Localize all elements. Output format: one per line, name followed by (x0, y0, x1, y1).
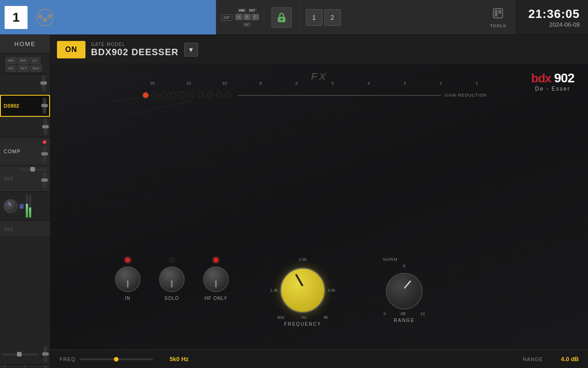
slot-comp[interactable]: COMP (0, 138, 50, 166)
gr-num-6: 6 (291, 81, 302, 86)
gr-led-7 (198, 92, 204, 98)
btn-lc[interactable]: LC (29, 57, 40, 64)
range-scale-bottom-left: 0 (384, 311, 386, 316)
gr-led-3 (161, 92, 167, 98)
in-knob[interactable] (115, 266, 141, 292)
freq-scale-top: 2.6k (275, 257, 330, 265)
gr-numbers-row: 20 15 10 8 6 5 4 3 2 1 (142, 81, 487, 86)
slot-ins-2[interactable]: INS (0, 221, 50, 237)
slot-empty-1[interactable] (0, 117, 50, 138)
meter-col (26, 195, 31, 218)
freq-bottom-labels: 800 Hz 8k (277, 315, 328, 320)
hf-led (213, 257, 219, 263)
sip-area: SIP 48K INT A B C SC (216, 0, 264, 34)
num-btns-area: 1 2 (299, 0, 347, 34)
freq-param: FREQ 5k0 Hz (60, 356, 189, 362)
meter-bar-1 (26, 195, 28, 218)
tools-icon (492, 7, 504, 23)
gr-led-6 (188, 92, 195, 98)
hf-label: HF ONLY (204, 296, 227, 301)
range-label: RANGE (394, 318, 415, 323)
main-knob[interactable] (4, 199, 17, 213)
freq-param-slider[interactable] (79, 358, 153, 360)
solo-led (169, 257, 175, 263)
range-scale-bottom-right: 12 (420, 311, 425, 316)
input-fader[interactable] (42, 75, 45, 92)
freq-scale-left: 1.4k (270, 288, 278, 293)
channel-number: 1 (5, 6, 28, 29)
btn-hc[interactable]: HC (6, 65, 17, 72)
bottom-fader-col (44, 346, 47, 362)
frequency-label: FREQUENCY (284, 322, 322, 327)
knob-num-badge: 1 (19, 204, 24, 209)
btn-dly[interactable]: DLY (30, 65, 42, 72)
range-knob[interactable] (386, 273, 423, 310)
range-param: RANGE 4.0 dB (523, 356, 579, 362)
btn-48v[interactable]: 48V (6, 57, 17, 64)
gr-num-2: 2 (435, 81, 447, 86)
tools-label: TOOLS (490, 23, 506, 28)
model-bar: ON GATE MODEL BDX902 DEESSER ▼ (51, 35, 588, 64)
left-sidebar: HOME 48V INV LC HC TILT DLY DS902 (0, 35, 51, 368)
bottom-bar: FREQ 5k0 Hz RANGE 4.0 dB (51, 350, 588, 368)
abc-btn-a[interactable]: A (235, 14, 243, 20)
num-btn-2[interactable]: 2 (324, 9, 341, 26)
main-content: ON GATE MODEL BDX902 DEESSER ▼ FX b (51, 35, 588, 368)
top-bar: 1 SIP 48K INT A B C SC (0, 0, 588, 35)
gr-led-10 (225, 92, 232, 98)
abc-btn-b[interactable]: B (243, 14, 251, 20)
fader-ticks: -8916 (0, 365, 50, 368)
in-knob-group: IN (115, 257, 141, 301)
gr-leds (142, 92, 445, 98)
gate-model-name: BDX902 DEESSER (91, 47, 179, 58)
range-param-value: 4.0 dB (547, 356, 579, 362)
freq-knob-mid: 1.4k 4.4k (270, 267, 335, 313)
slot-ds902[interactable]: DS902 (0, 95, 50, 117)
bdx-brand-text: bdx 902 (531, 71, 574, 86)
channel-icon (34, 6, 56, 29)
freq-scale-top-label: 2.6k (299, 257, 307, 262)
gr-led-8 (207, 92, 213, 98)
slot-fader-comp (43, 146, 46, 162)
tools-area[interactable]: TOOLS (481, 0, 514, 34)
solo-label: SOLO (164, 296, 179, 301)
abc-btn-c[interactable]: C (252, 14, 259, 20)
gr-num-3: 3 (399, 81, 410, 86)
gr-line (238, 95, 441, 96)
slot-fader-ds902 (43, 98, 46, 114)
slot-label-ins-2: INS (4, 226, 13, 232)
lock-area (264, 0, 299, 34)
hf-led-row (213, 257, 219, 263)
gr-num-4: 4 (363, 81, 374, 86)
on-button[interactable]: ON (57, 41, 85, 58)
gr-led-4 (170, 92, 176, 98)
controls-row: IN SOLO (115, 257, 542, 327)
model-dropdown[interactable]: ▼ (184, 43, 198, 57)
range-knob-group: NORM 6 0 dB 12 RANGE (381, 257, 427, 323)
svg-rect-10 (498, 10, 501, 14)
range-scale-bottom: 0 dB 12 (384, 311, 425, 316)
hf-knob[interactable] (203, 266, 229, 292)
sc-btn[interactable]: SC (242, 22, 252, 27)
bottom-fader-row[interactable] (0, 344, 50, 365)
frequency-knob[interactable] (280, 267, 326, 313)
home-button[interactable]: HOME (0, 35, 50, 53)
bdx-logo: bdx 902 De - Esser (531, 71, 574, 92)
slot-label-ds902: DS902 (4, 103, 19, 109)
range-db-label: dB (401, 311, 406, 316)
in-led-row (125, 257, 130, 263)
btn-inv[interactable]: INV (17, 57, 28, 64)
freq-param-handle (114, 357, 119, 362)
lock-button[interactable] (271, 7, 292, 28)
plugin-frame: FX bdx 902 De - Esser 20 15 10 8 6 5 4 (51, 64, 588, 350)
num-btn-1[interactable]: 1 (306, 9, 322, 26)
solo-led-row (169, 257, 175, 263)
slot-ins-1[interactable]: INS (0, 166, 50, 192)
gr-led-9 (216, 92, 222, 98)
comp-red-dot (43, 140, 46, 144)
meter-bar-2 (29, 195, 31, 218)
solo-knob[interactable] (159, 266, 185, 292)
btn-tilt[interactable]: TILT (17, 65, 29, 72)
knob-meter-area: 1 (0, 192, 50, 221)
gain-reduction-row: GAIN REDUCTION (142, 92, 487, 98)
